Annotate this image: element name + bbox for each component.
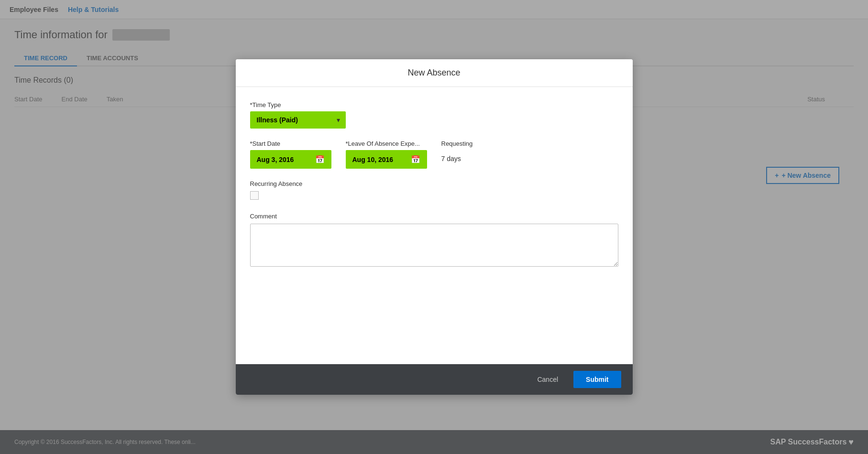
end-date-field[interactable]: Aug 10, 2016 📅 (346, 150, 427, 169)
end-date-col: *Leave Of Absence Expe... Aug 10, 2016 📅 (346, 140, 427, 169)
start-date-field[interactable]: Aug 3, 2016 📅 (250, 150, 331, 169)
modal-header: New Absence (236, 59, 633, 87)
recurring-section: Recurring Absence (250, 180, 618, 201)
end-date-value: Aug 10, 2016 (352, 156, 394, 163)
requesting-col: Requesting 7 days (441, 140, 473, 162)
recurring-checkbox[interactable] (250, 191, 259, 200)
submit-button[interactable]: Submit (573, 371, 621, 388)
requesting-label: Requesting (441, 140, 473, 147)
calendar-icon-end: 📅 (411, 155, 420, 164)
time-type-select-wrapper[interactable]: Illness (Paid) Vacation Personal Leave ▾ (250, 111, 346, 129)
comment-label: Comment (250, 213, 618, 220)
modal-title: New Absence (407, 68, 460, 77)
start-date-value: Aug 3, 2016 (257, 156, 294, 163)
comment-section: Comment (250, 213, 618, 268)
time-type-label: *Time Type (250, 101, 618, 108)
new-absence-modal: New Absence *Time Type Illness (Paid) Va… (236, 59, 633, 395)
modal-footer: Cancel Submit (236, 364, 633, 395)
recurring-label: Recurring Absence (250, 180, 618, 187)
start-date-col: *Start Date Aug 3, 2016 📅 (250, 140, 331, 169)
calendar-icon-start: 📅 (315, 155, 325, 164)
time-type-group: *Time Type Illness (Paid) Vacation Perso… (250, 101, 618, 129)
cancel-button[interactable]: Cancel (529, 372, 566, 387)
requesting-value: 7 days (441, 150, 473, 162)
modal-body: *Time Type Illness (Paid) Vacation Perso… (236, 87, 633, 364)
start-date-label: *Start Date (250, 140, 331, 147)
date-row: *Start Date Aug 3, 2016 📅 *Leave Of Abse… (250, 140, 618, 169)
time-type-select[interactable]: Illness (Paid) Vacation Personal Leave (250, 111, 346, 129)
end-date-label: *Leave Of Absence Expe... (346, 140, 427, 147)
comment-textarea[interactable] (250, 224, 618, 267)
